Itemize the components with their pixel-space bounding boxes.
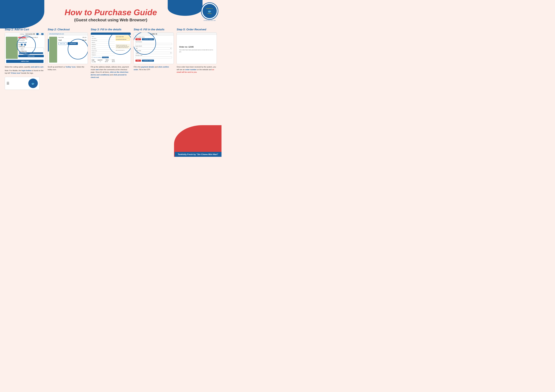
price-from-old: From $25.50 — [18, 40, 44, 41]
qty-num: 1 — [23, 44, 24, 45]
cardholder-label: Card Holder Name — [135, 36, 172, 38]
expire-month-select[interactable]: 01▾ — [135, 47, 172, 50]
step-2-desc: Scroll up and there's a 'trolley' icon. … — [48, 66, 88, 71]
card-btns-top: Back CONFIRM ORDER — [135, 38, 172, 40]
cutting-dropdown: --- Select --- --- Select --- No cutting… — [18, 48, 44, 54]
minus-icon[interactable]: − — [37, 33, 39, 35]
card-btns-bottom: Back CONFIRM ORDER — [135, 60, 172, 62]
step-3: Step 3: Fill in the details Name Last Na… — [91, 28, 131, 79]
back-btn-top[interactable]: Back — [135, 38, 141, 40]
step-3-header — [91, 33, 131, 35]
price-from-new: From $31.00 — [18, 42, 44, 43]
cutting-row: * Cutting Qty — [18, 46, 44, 47]
view-cart-btn[interactable]: View Cart — [58, 42, 67, 45]
form-field-4: Address — [92, 42, 115, 43]
order-message: Your order have been processed and an em… — [179, 49, 214, 53]
step-3-heading: Step 3: Fill in the details — [91, 28, 122, 31]
step-4-heading: Step 4: Fill in the details — [134, 28, 165, 31]
step-1: Step 1: Add to Cart Cutting Cut to half … — [5, 28, 45, 90]
logo-established: ESTABLISHED SINCE 1990 — [201, 20, 218, 21]
card-number-input[interactable] — [135, 43, 172, 45]
back-btn-bottom[interactable]: Back — [135, 60, 141, 62]
step-3-desc: Fill up the address details, delivery ti… — [91, 66, 131, 79]
order-table: NAMEQUANTITYPRICETOTAL First 鲜鱼x 1$20.00… — [92, 59, 115, 63]
step-1-desc: Select the cutting option, quantity and … — [5, 66, 44, 68]
step-1-heading: Step 1: Add to Cart — [5, 28, 29, 31]
order-received-body: Order no: 12345 Your order have been pro… — [177, 35, 217, 64]
step-5-desc: Once order have been received by the sys… — [176, 66, 217, 73]
qty-row: Qty − 1 + — [18, 44, 44, 45]
form-field-9: Address 2 — [92, 52, 115, 54]
security-code-input[interactable] — [135, 57, 172, 58]
card-number-label: Card Number — [135, 41, 172, 42]
step-3-mockup: Name Last Name Phone/Email Address Singa… — [91, 32, 131, 64]
cutting-label: Cutting — [20, 33, 24, 35]
step-4: Step 4: Fill in the details CARD IN Card… — [134, 28, 174, 71]
confirm-btn-top[interactable]: CONFIRM ORDER — [142, 38, 154, 40]
form-field-6: Qty/Time — [92, 46, 115, 48]
sub-title: (Guest checkout using Web Browser) — [5, 18, 217, 22]
terms-row: Terms & Conditions CONTINUE — [92, 57, 115, 58]
expire-month-label: Expire Month — [135, 45, 172, 47]
mobile-logo-icon: 🐟 — [28, 78, 38, 88]
qty-plus[interactable]: + — [24, 44, 26, 45]
hamburger-icon: ☰ — [7, 81, 9, 85]
order-number: Order no: 12345 — [179, 46, 214, 48]
step-5-header — [177, 33, 217, 35]
form-field-2: Last Name — [92, 38, 115, 39]
form-field-3: Phone/Email — [92, 40, 115, 41]
footer: Tankfully Fresh by "Sin Chwee Mini Mart" — [175, 152, 221, 157]
security-code-label: Security Code — [135, 55, 172, 56]
step-2-heading: Step 2: Checkout — [48, 28, 70, 31]
confirm-btn-bottom[interactable]: CONFIRM ORDER — [142, 60, 154, 62]
step-4-mockup: CARD IN Card Holder Name Back CONFIRM OR… — [134, 32, 174, 64]
deal-badge: RARE DEALS! White Pomfret 白仓鱼 (2 fishes/… — [18, 37, 44, 39]
step-2-mockup: info@tankfullyfresh.com Sub-Total $31.00… — [48, 32, 88, 64]
product-img-2 — [49, 37, 57, 63]
step-1-note: Note: For Mobile, the login button is fo… — [5, 69, 45, 74]
comments-note: Add Comments About Yo... — [116, 50, 130, 51]
step-5-mockup: Order no: 12345 Your order have been pro… — [176, 32, 217, 64]
coupon-field[interactable]: your coupon here: — [116, 36, 130, 38]
terms-checkbox[interactable] — [92, 57, 93, 58]
form-field-7: Last Name — [92, 48, 115, 50]
checkout-btn[interactable]: CHECKOUT — [67, 42, 78, 45]
attention-note: Attention to all customers: your orders … — [116, 44, 130, 49]
url-bar: info@tankfullyfresh.com — [48, 33, 88, 36]
total-row: Total $31.00 — [58, 39, 87, 41]
company-logo: TANKFULLY 🐟 FRESH ESTABLISHED SINCE 1990 — [201, 2, 218, 20]
subtotal-row: Sub-Total $31.00 — [58, 37, 87, 38]
fish-image — [6, 37, 18, 59]
step-4-desc: Fill in the payment details and click co… — [134, 66, 174, 71]
step-1-mockup: Cutting Cut to half 切v − 1 + RARE DEALS! — [5, 32, 45, 64]
mobile-note-box: ☰ 🐟 — [5, 77, 40, 90]
form-field-10: Singapore — [92, 54, 115, 56]
expire-year-label: Expire Year — [135, 50, 172, 51]
title-section: How to Purchase Guide (Guest checkout us… — [5, 3, 217, 26]
step-5: Step 5: Order Received Order no: 12345 Y… — [176, 28, 217, 73]
sidebar-indicator — [48, 39, 49, 51]
checkout-btns: View Cart CHECKOUT — [58, 42, 87, 45]
step-2: Step 2: Checkout info@tankfullyfresh.com… — [48, 28, 88, 71]
add-cart-main-btn[interactable]: Add to Cart — [6, 60, 44, 63]
qty-value: 1 — [40, 33, 40, 35]
form-field-1: Name — [92, 36, 115, 37]
cutting-select[interactable]: Cut to half 切v — [25, 33, 36, 35]
card-info-header: CARD IN — [134, 33, 174, 36]
gift-field[interactable]: your gift card code here: — [116, 38, 130, 41]
step-5-heading: Step 5: Order Received — [176, 28, 206, 31]
main-title: How to Purchase Guide — [5, 8, 217, 17]
steps-row: Step 1: Add to Cart Cutting Cut to half … — [5, 28, 217, 90]
plus-icon[interactable]: + — [41, 33, 44, 35]
add-to-cart-btn[interactable]: Add to Cart — [18, 55, 44, 57]
expire-year-select[interactable]: 2021▾ — [135, 52, 172, 54]
continue-btn[interactable]: CONTINUE — [102, 57, 109, 58]
qty-minus[interactable]: − — [21, 44, 23, 45]
form-field-5: Singapore — [92, 44, 115, 45]
form-field-8: Postal Code — [92, 50, 115, 52]
